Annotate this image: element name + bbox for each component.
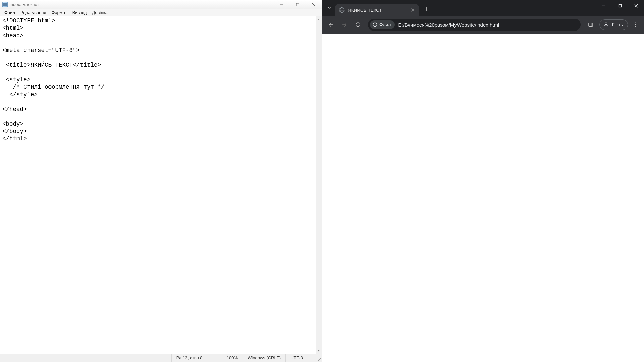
side-panel-button[interactable]: [585, 19, 597, 31]
svg-point-24: [635, 24, 636, 25]
notepad-title: index: Блокнот: [10, 2, 39, 7]
chrome-toolbar: Файл E:/Вчимося%20разом/MyWebsite/index.…: [322, 16, 644, 34]
notepad-statusbar: Рд 13, ствп 8 100% Windows (CRLF) UTF-8: [0, 354, 322, 362]
status-zoom: 100%: [222, 354, 243, 362]
profile-guest-button[interactable]: Гість: [599, 19, 628, 30]
svg-rect-20: [589, 23, 593, 27]
chrome-window: ЯКИЙСЬ ТЕКСТ: [322, 0, 644, 362]
svg-point-19: [375, 24, 375, 24]
menu-format[interactable]: Формат: [49, 9, 69, 16]
notepad-app-icon: [2, 2, 8, 7]
notepad-titlebar[interactable]: index: Блокнот: [0, 0, 322, 9]
minimize-button[interactable]: [273, 0, 289, 9]
status-cursor-position: Рд 13, ствп 8: [171, 354, 222, 362]
notepad-text-area[interactable]: <!DOCTYPE html> <html> <head> <meta char…: [0, 16, 316, 354]
browser-viewport[interactable]: [322, 34, 644, 362]
svg-rect-1: [296, 3, 299, 6]
scroll-up-icon[interactable]: ▴: [316, 16, 322, 22]
chrome-menu-button[interactable]: [629, 19, 641, 31]
svg-rect-12: [619, 4, 621, 7]
status-line-ending: Windows (CRLF): [243, 354, 285, 362]
notepad-window: index: Блокнот Файл Редагування Формат В…: [0, 0, 322, 362]
info-icon: [373, 22, 377, 27]
chrome-maximize-button[interactable]: [612, 0, 628, 11]
file-chip-label: Файл: [379, 22, 391, 27]
menu-help[interactable]: Довідка: [89, 9, 110, 16]
vertical-scrollbar[interactable]: ▴ ▾: [316, 16, 322, 354]
person-icon: [603, 22, 609, 28]
back-button[interactable]: [325, 19, 337, 31]
maximize-button[interactable]: [289, 0, 306, 9]
svg-point-23: [635, 23, 636, 23]
status-encoding: UTF-8: [285, 354, 316, 362]
forward-button[interactable]: [338, 19, 351, 31]
menu-view[interactable]: Вигляд: [70, 9, 90, 16]
address-bar-url: E:/Вчимося%20разом/MyWebsite/index.html: [398, 22, 499, 28]
tab-title: ЯКИЙСЬ ТЕКСТ: [348, 8, 407, 13]
reload-button[interactable]: [352, 19, 364, 31]
svg-point-25: [635, 26, 636, 27]
resize-grip-icon[interactable]: [316, 354, 322, 362]
globe-icon: [339, 7, 344, 13]
new-tab-button[interactable]: [422, 4, 432, 14]
tab-close-button[interactable]: [410, 7, 416, 13]
close-button[interactable]: [306, 0, 322, 9]
notepad-menubar: Файл Редагування Формат Вигляд Довідка: [0, 9, 322, 16]
tab-search-button[interactable]: [324, 3, 334, 13]
browser-tab[interactable]: ЯКИЙСЬ ТЕКСТ: [335, 4, 419, 16]
menu-edit[interactable]: Редагування: [18, 9, 49, 16]
address-bar[interactable]: Файл E:/Вчимося%20разом/MyWebsite/index.…: [368, 19, 581, 31]
chrome-minimize-button[interactable]: [596, 0, 612, 11]
chrome-close-button[interactable]: [628, 0, 644, 11]
menu-file[interactable]: Файл: [2, 9, 18, 16]
svg-point-22: [605, 23, 607, 25]
chrome-tabstrip: ЯКИЙСЬ ТЕКСТ: [322, 0, 644, 16]
profile-label: Гість: [612, 22, 623, 27]
file-origin-chip[interactable]: Файл: [370, 20, 395, 29]
svg-line-6: [320, 361, 321, 361]
scroll-down-icon[interactable]: ▾: [316, 348, 322, 354]
